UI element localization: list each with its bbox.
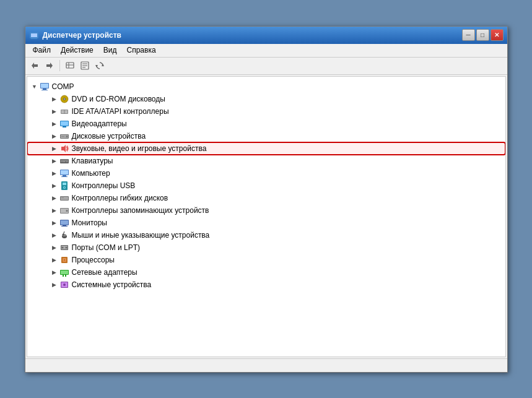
menu-file[interactable]: Файл	[28, 45, 56, 56]
svg-marker-32	[61, 145, 66, 152]
item-icon-3	[59, 131, 69, 141]
svg-point-69	[61, 246, 63, 248]
svg-rect-31	[61, 136, 64, 137]
svg-rect-47	[63, 175, 66, 176]
svg-rect-35	[62, 160, 63, 161]
item-icon-9	[59, 205, 69, 215]
item-expander-9[interactable]: ▶	[50, 205, 59, 215]
list-item[interactable]: ▶ Мониторы	[27, 217, 505, 229]
list-item[interactable]: ▶ Сетевые адаптеры	[27, 266, 505, 279]
list-item[interactable]: ▶ Системные устройства	[27, 279, 505, 291]
item-label-1: IDE ATA/ATAPI контроллеры	[72, 107, 169, 116]
list-item[interactable]: ▶	[27, 155, 505, 167]
svg-point-66	[62, 233, 64, 235]
list-item[interactable]: ▶ Видеоадаптеры	[27, 118, 505, 130]
item-expander-7[interactable]: ▶	[50, 181, 59, 191]
item-label-11: Мыши и иные указывающие устройства	[72, 231, 210, 240]
svg-rect-41	[62, 161, 63, 162]
item-icon-11	[59, 230, 69, 240]
menu-action[interactable]: Действие	[56, 45, 98, 56]
svg-rect-38	[66, 160, 67, 161]
svg-rect-18	[41, 90, 48, 90]
item-icon-2	[59, 119, 69, 129]
item-expander-6[interactable]: ▶	[50, 168, 59, 178]
svg-rect-27	[63, 126, 66, 128]
item-expander-1[interactable]: ▶	[50, 106, 59, 116]
item-expander-8[interactable]: ▶	[50, 193, 59, 203]
item-expander-10[interactable]: ▶	[50, 218, 59, 228]
item-icon-4	[59, 144, 69, 154]
item-label-6: Компьютер	[72, 169, 110, 178]
item-expander-13[interactable]: ▶	[50, 255, 59, 265]
list-item[interactable]: ▶ DVD и CD-ROM дисководы	[27, 93, 505, 105]
toolbar-sep-1	[59, 60, 60, 71]
tree-root-item[interactable]: ▼ COMP	[27, 80, 505, 93]
svg-rect-42	[63, 161, 65, 162]
list-item[interactable]: ▶ IDE ATA/ATAPI контроллеры	[27, 105, 505, 118]
list-item[interactable]: ▶ Контроллеры запоминающих устройств	[27, 204, 505, 217]
item-expander-15[interactable]: ▶	[50, 280, 59, 290]
item-label-0: DVD и CD-ROM дисководы	[72, 95, 165, 103]
item-expander-5[interactable]: ▶	[50, 156, 59, 166]
item-expander-3[interactable]: ▶	[50, 131, 59, 141]
svg-rect-44	[67, 161, 68, 162]
svg-rect-26	[61, 121, 68, 126]
item-icon-6	[59, 168, 69, 178]
minimize-button[interactable]: ─	[462, 29, 475, 41]
svg-point-21	[64, 98, 65, 100]
item-label-10: Мониторы	[72, 218, 107, 227]
svg-marker-5	[46, 63, 53, 69]
device-manager-window: Диспетчер устройств ─ □ ✕ Файл Действие …	[25, 26, 508, 373]
item-label-14: Сетевые адаптеры	[72, 268, 137, 277]
item-icon-7	[59, 181, 69, 191]
svg-rect-1	[31, 33, 37, 37]
svg-rect-48	[61, 176, 68, 177]
maximize-button[interactable]: □	[476, 29, 489, 41]
update-button[interactable]	[93, 59, 107, 72]
item-label-13: Процессоры	[72, 256, 115, 264]
svg-rect-34	[61, 160, 62, 161]
title-bar: Диспетчер устройств ─ □ ✕	[25, 27, 507, 44]
item-icon-0	[59, 94, 69, 104]
list-item[interactable]: ▶ Контроллеры USB	[27, 180, 505, 192]
list-item[interactable]: ▶ Звуковые, видео и игровые устройства	[27, 142, 505, 155]
item-expander-0[interactable]: ▶	[50, 94, 59, 104]
item-label-9: Контроллеры запоминающих устройств	[72, 206, 209, 215]
menu-help[interactable]: Справка	[122, 45, 161, 56]
list-item[interactable]: ▶ Контроллеры гибких дисков	[27, 192, 505, 204]
root-expander[interactable]: ▼	[30, 82, 40, 92]
svg-rect-50	[63, 183, 66, 185]
item-label-12: Порты (COM и LPT)	[72, 243, 141, 252]
svg-rect-39	[67, 160, 68, 161]
svg-rect-75	[61, 270, 68, 274]
back-button[interactable]	[28, 59, 41, 72]
list-item[interactable]: ▶ Порты (COM и LPT)	[27, 241, 505, 254]
item-icon-15	[59, 280, 69, 290]
window-title: Диспетчер устройств	[43, 31, 462, 40]
menu-bar: Файл Действие Вид Справка	[25, 44, 507, 58]
list-item[interactable]: ▶ Компьютер	[27, 167, 505, 180]
item-expander-4[interactable]: ▶	[50, 144, 59, 154]
show-hidden-button[interactable]	[63, 59, 77, 72]
item-label-8: Контроллеры гибких дисков	[72, 194, 168, 202]
svg-marker-4	[32, 63, 38, 69]
svg-rect-17	[43, 89, 46, 90]
tree-root: ▼ COMP ▶	[27, 79, 505, 292]
item-label-3: Дисковые устройства	[72, 132, 146, 141]
svg-point-80	[63, 283, 66, 286]
list-item[interactable]: ▶ Процессоры	[27, 254, 505, 266]
item-expander-12[interactable]: ▶	[50, 243, 59, 253]
close-button[interactable]: ✕	[491, 29, 504, 41]
item-expander-2[interactable]: ▶	[50, 119, 59, 129]
device-tree[interactable]: ▼ COMP ▶	[27, 76, 506, 357]
list-item[interactable]: ▶ Мыши и иные указывающие устройства	[27, 229, 505, 241]
svg-rect-3	[31, 38, 37, 39]
properties-button[interactable]	[78, 59, 92, 72]
menu-view[interactable]: Вид	[98, 45, 122, 56]
list-item[interactable]: ▶ Дисковые устройства	[27, 130, 505, 142]
item-expander-11[interactable]: ▶	[50, 230, 59, 240]
forward-button[interactable]	[43, 59, 56, 72]
window-icon	[29, 30, 39, 40]
item-expander-14[interactable]: ▶	[50, 267, 59, 277]
svg-rect-16	[41, 84, 48, 88]
